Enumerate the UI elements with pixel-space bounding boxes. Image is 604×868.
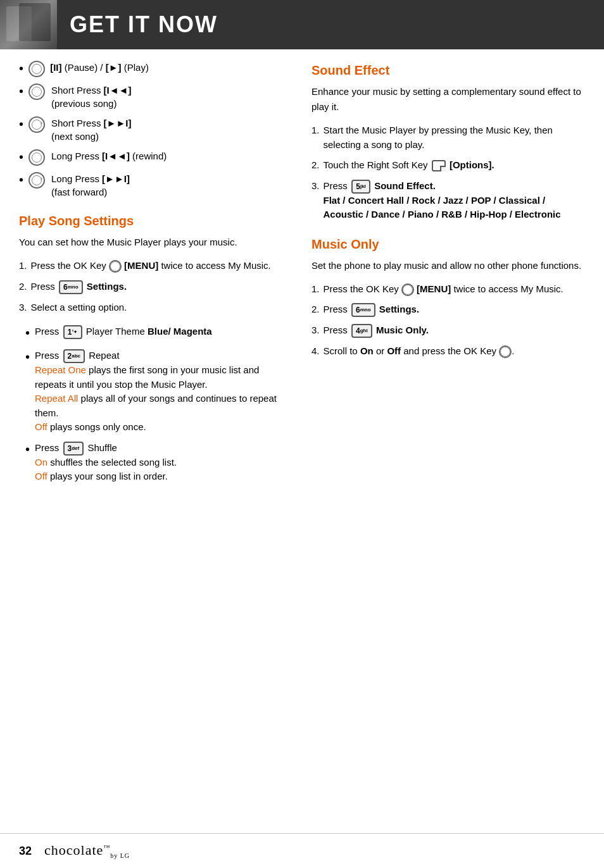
key-6mno-2: 6mno bbox=[351, 303, 375, 317]
left-circle-icon bbox=[28, 84, 45, 100]
sound-effect-title: Sound Effect bbox=[311, 63, 585, 78]
main-content: • [II] (Pause) / [►] (Play) • Short Pres… bbox=[0, 61, 604, 490]
key-1: 1°✦ bbox=[63, 325, 82, 339]
music-only-section: Music Only Set the phone to play music a… bbox=[311, 237, 585, 359]
list-item: • Long Press [I◄◄] (rewind) bbox=[19, 149, 293, 166]
step-text: Press 6mno Settings. bbox=[324, 302, 585, 317]
list-item: 2. Touch the Right Soft Key [Options]. bbox=[311, 158, 585, 173]
bullet-text: Short Press [I◄◄](previous song) bbox=[51, 84, 131, 110]
step-num: 3. bbox=[311, 323, 320, 338]
list-item: 3. Select a setting option. bbox=[19, 301, 293, 315]
step-num: 1. bbox=[311, 282, 320, 297]
bullet-text: [II] (Pause) / [►] (Play) bbox=[47, 61, 149, 74]
header-image bbox=[0, 0, 57, 49]
music-only-intro: Set the phone to play music and allow no… bbox=[311, 258, 585, 273]
step-num: 2. bbox=[311, 158, 320, 173]
brand-suffix: by LG bbox=[110, 853, 130, 860]
play-song-settings-section: Play Song Settings You can set how the M… bbox=[19, 214, 293, 484]
brand-logo: chocolate™by LG bbox=[44, 842, 130, 859]
step-text: Start the Music Player by pressing the M… bbox=[324, 123, 585, 152]
shuffle-on-label: On bbox=[35, 457, 47, 468]
music-only-title: Music Only bbox=[311, 237, 585, 252]
step-text: Select a setting option. bbox=[31, 301, 293, 315]
list-item: • Press 3def Shuffle On shuffles the sel… bbox=[25, 441, 293, 484]
ok-key-inline-icon bbox=[109, 260, 122, 273]
sub-bullet-text: Press 2abc Repeat Repeat One plays the f… bbox=[35, 349, 293, 435]
list-item: 3. Press 5jkl Sound Effect. Flat / Conce… bbox=[311, 179, 585, 222]
step-text: Press the OK Key [MENU] twice to access … bbox=[31, 259, 293, 273]
brand-text: chocolate bbox=[44, 842, 103, 858]
list-item: • Short Press [►►I](next song) bbox=[19, 116, 293, 143]
list-item: • Short Press [I◄◄](previous song) bbox=[19, 84, 293, 110]
step-num: 3. bbox=[19, 301, 27, 315]
list-item: 3. Press 4ghi Music Only. bbox=[311, 323, 585, 338]
list-item: 1. Press the OK Key [MENU] twice to acce… bbox=[19, 259, 293, 273]
sub-bullet-text: Press 3def Shuffle On shuffles the selec… bbox=[35, 441, 293, 484]
step-num: 4. bbox=[311, 344, 320, 359]
step-text: Press 5jkl Sound Effect. Flat / Concert … bbox=[324, 179, 585, 222]
key-3: 3def bbox=[63, 442, 84, 456]
brand-trademark: ™ bbox=[103, 844, 110, 851]
list-item: • Long Press [►►I](fast forward) bbox=[19, 172, 293, 199]
right-circle-icon bbox=[28, 172, 45, 189]
sound-effect-section: Sound Effect Enhance your music by setti… bbox=[311, 63, 585, 222]
list-item: 2. Press 6mno Settings. bbox=[19, 280, 293, 294]
page-title: GET IT NOW bbox=[57, 11, 218, 38]
bullet-dot: • bbox=[19, 115, 23, 133]
step-num: 3. bbox=[311, 179, 320, 222]
list-item: 2. Press 6mno Settings. bbox=[311, 302, 585, 317]
key-5jkl: 5jkl bbox=[351, 180, 370, 194]
key-6mno: 6mno bbox=[59, 280, 83, 294]
page-header: GET IT NOW bbox=[0, 0, 604, 49]
key-2: 2abc bbox=[63, 349, 85, 363]
ok-key-inline-icon bbox=[401, 283, 414, 296]
list-item: 1. Start the Music Player by pressing th… bbox=[311, 123, 585, 152]
soft-key-notch bbox=[440, 166, 446, 171]
sub-bullet-text: Press 1°✦ Player Theme Blue/ Magenta bbox=[35, 325, 293, 339]
bullet-dot: • bbox=[19, 171, 23, 189]
bullet-dot: • bbox=[19, 59, 23, 77]
feature-bullets: • [II] (Pause) / [►] (Play) • Short Pres… bbox=[19, 61, 293, 199]
bullet-content: Long Press [►►I](fast forward) bbox=[28, 172, 130, 199]
step-text: Press the OK Key [MENU] twice to access … bbox=[324, 282, 585, 297]
step-num: 2. bbox=[311, 302, 320, 317]
left-circle-icon bbox=[28, 149, 45, 166]
shuffle-off-label: Off bbox=[35, 471, 47, 481]
soft-key-icon bbox=[432, 160, 446, 171]
play-song-settings-intro: You can set how the Music Player plays y… bbox=[19, 235, 293, 250]
list-item: • Press 2abc Repeat Repeat One plays the… bbox=[25, 349, 293, 435]
bullet-text: Long Press [I◄◄] (rewind) bbox=[51, 149, 167, 163]
list-item: 1. Press the OK Key [MENU] twice to acce… bbox=[311, 282, 585, 297]
bullet-content: Long Press [I◄◄] (rewind) bbox=[28, 149, 167, 166]
sound-effect-intro: Enhance your music by setting a compleme… bbox=[311, 84, 585, 115]
ok-key-inline-icon bbox=[499, 345, 512, 358]
bullet-content: Short Press [I◄◄](previous song) bbox=[28, 84, 131, 110]
page-footer: 32 chocolate™by LG bbox=[0, 833, 604, 868]
list-item: 4. Scroll to On or Off and press the OK … bbox=[311, 344, 585, 359]
bullet-dot: • bbox=[25, 440, 30, 459]
step-text: Touch the Right Soft Key [Options]. bbox=[324, 158, 585, 173]
bullet-dot: • bbox=[25, 323, 30, 342]
step-text: Scroll to On or Off and press the OK Key… bbox=[324, 344, 585, 359]
key-4ghi: 4ghi bbox=[351, 324, 372, 338]
bullet-dot: • bbox=[25, 347, 30, 366]
list-item: • [II] (Pause) / [►] (Play) bbox=[19, 61, 293, 77]
repeat-one-label: Repeat One bbox=[35, 364, 86, 375]
left-column: • [II] (Pause) / [►] (Play) • Short Pres… bbox=[19, 61, 293, 490]
bullet-dot: • bbox=[19, 82, 23, 100]
play-settings-steps: 1. Press the OK Key [MENU] twice to acce… bbox=[19, 259, 293, 314]
repeat-all-label: Repeat All bbox=[35, 393, 78, 404]
play-song-settings-title: Play Song Settings bbox=[19, 214, 293, 228]
list-item: • Press 1°✦ Player Theme Blue/ Magenta bbox=[25, 325, 293, 342]
step-num: 1. bbox=[311, 123, 320, 152]
step-text: Press 4ghi Music Only. bbox=[324, 323, 585, 338]
right-column: Sound Effect Enhance your music by setti… bbox=[311, 61, 585, 490]
right-circle-icon bbox=[28, 116, 45, 133]
music-only-steps: 1. Press the OK Key [MENU] twice to acce… bbox=[311, 282, 585, 359]
page-number: 32 bbox=[19, 845, 32, 858]
bullet-content: [II] (Pause) / [►] (Play) bbox=[28, 61, 149, 77]
ok-key-icon bbox=[28, 61, 45, 77]
repeat-off-label: Off bbox=[35, 421, 47, 432]
step-num: 1. bbox=[19, 259, 27, 273]
step-text: Press 6mno Settings. bbox=[31, 280, 293, 294]
